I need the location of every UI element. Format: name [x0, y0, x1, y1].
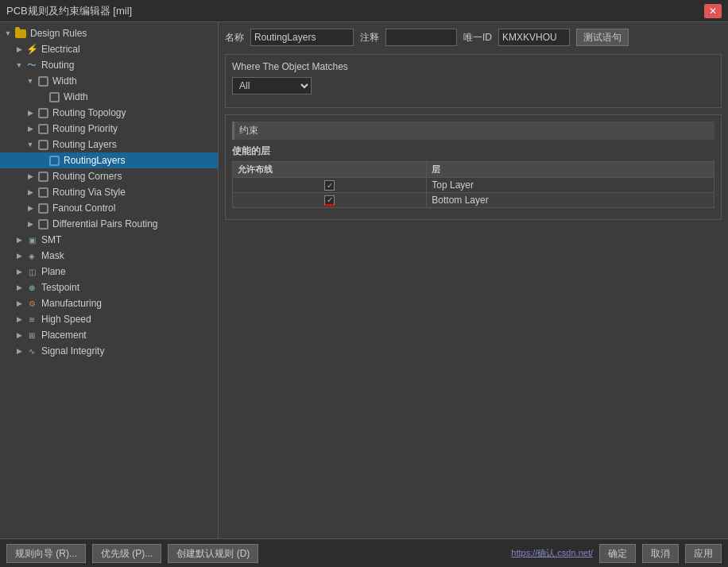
where-matches-title: Where The Object Matches [232, 61, 714, 72]
tree-item-manufacturing[interactable]: ⚙ Manufacturing [0, 295, 218, 311]
tree-arrow-routing-topology [25, 108, 35, 118]
header-row: 名称 注释 唯一ID 测试语句 [225, 29, 722, 46]
testpoint-icon: ⊕ [25, 281, 38, 294]
tree-arrow-mask [14, 251, 24, 260]
rule-guide-button[interactable]: 规则向导 (R)... [6, 544, 86, 563]
smt-icon: ▣ [25, 233, 38, 246]
tree-item-width-sub[interactable]: Width [0, 89, 218, 105]
tree-item-routing-priority[interactable]: Routing Priority [0, 121, 218, 137]
tree-arrow-routing-corners [25, 172, 35, 181]
unique-id-label: 唯一ID [463, 31, 492, 44]
tree-item-routing-layers-sub[interactable]: RoutingLayers [0, 152, 218, 168]
mask-icon: ◈ [25, 249, 38, 262]
create-default-button[interactable]: 创建默认规则 (D) [168, 544, 258, 563]
tree-item-fanout-control[interactable]: Fanout Control [0, 200, 218, 216]
wave-icon: 〜 [25, 59, 38, 71]
main-window: PCB规则及约束编辑器 [mil] ✕ Design Rules ⚡ Elect… [0, 0, 728, 567]
tree-label-fanout-control: Fanout Control [52, 202, 115, 214]
rule-icon-topology [37, 106, 49, 119]
tree-item-routing-via-style[interactable]: Routing Via Style [0, 184, 218, 200]
tree-arrow-signal-integrity [14, 346, 24, 356]
bottom-left-buttons: 规则向导 (R)... 优先级 (P)... 创建默认规则 (D) [6, 544, 258, 563]
rule-icon-layers [37, 138, 49, 151]
tree-label-plane: Plane [41, 266, 66, 277]
url-text[interactable]: https://确认.csdn.net/ [511, 547, 593, 559]
tree-label-width-sub: Width [64, 91, 88, 102]
tree-item-signal-integrity[interactable]: ∿ Signal Integrity [0, 343, 218, 359]
tree-item-routing-corners[interactable]: Routing Corners [0, 168, 218, 184]
tree-arrow-diff-pairs [25, 219, 35, 229]
constraint-title: 约束 [232, 122, 714, 140]
allow-routing-header: 允许布线 [233, 162, 427, 178]
tree-item-routing-topology[interactable]: Routing Topology [0, 105, 218, 121]
tree-arrow-high-speed [14, 314, 24, 324]
bottom-right-area: https://确认.csdn.net/ 确定 取消 应用 [511, 544, 722, 563]
tree-label-design-rules: Design Rules [30, 28, 87, 39]
tree-label-routing-topology: Routing Topology [52, 107, 126, 118]
main-content: Design Rules ⚡ Electrical 〜 Routing Widt… [0, 22, 728, 538]
match-select[interactable]: All Net Net Class Custom [232, 77, 312, 94]
placement-icon: ⊞ [25, 329, 38, 341]
note-input[interactable] [385, 29, 457, 46]
right-panel: 名称 注释 唯一ID 测试语句 Where The Object Matches… [219, 22, 728, 538]
top-layer-checkbox[interactable] [324, 180, 335, 191]
top-layer-checkbox-cell[interactable] [233, 178, 427, 193]
tree-item-design-rules[interactable]: Design Rules [0, 25, 218, 41]
tree-item-routing-layers[interactable]: Routing Layers [0, 137, 218, 152]
tree-arrow-routing-priority [25, 124, 35, 133]
tree-item-testpoint[interactable]: ⊕ Testpoint [0, 280, 218, 295]
tree-item-routing[interactable]: 〜 Routing [0, 57, 218, 73]
rule-icon-fanout [37, 202, 49, 214]
tree-label-routing: Routing [41, 60, 74, 71]
tree-arrow-electrical [14, 44, 24, 54]
tree-item-plane[interactable]: ◫ Plane [0, 264, 218, 280]
test-sentence-button[interactable]: 测试语句 [576, 29, 629, 46]
bottom-layer-checkbox-cell[interactable] [233, 193, 427, 208]
rule-icon-width [37, 75, 49, 87]
tree-item-smt[interactable]: ▣ SMT [0, 232, 218, 248]
tree-item-diff-pairs[interactable]: Differential Pairs Routing [0, 216, 218, 232]
confirm-button[interactable]: 确定 [599, 544, 636, 563]
title-bar: PCB规则及约束编辑器 [mil] ✕ [0, 0, 728, 22]
tree-arrow-width [25, 76, 35, 86]
tree-label-width: Width [52, 75, 77, 87]
where-matches-section: Where The Object Matches All Net Net Cla… [225, 54, 722, 108]
tree-arrow-routing [14, 60, 24, 70]
bottom-bar: 规则向导 (R)... 优先级 (P)... 创建默认规则 (D) https:… [0, 538, 728, 567]
folder-icon [14, 27, 27, 40]
enabled-layers-label: 使能的层 [232, 145, 714, 158]
tree-item-high-speed[interactable]: ≋ High Speed [0, 311, 218, 327]
tree-label-testpoint: Testpoint [41, 282, 79, 293]
tree-label-routing-priority: Routing Priority [52, 123, 118, 134]
tree-label-electrical: Electrical [41, 44, 80, 55]
note-label: 注释 [360, 31, 379, 44]
rule-icon-width-sub [48, 91, 60, 103]
bottom-layer-checkbox[interactable] [324, 195, 335, 206]
plane-icon: ◫ [25, 265, 38, 278]
tree-item-placement[interactable]: ⊞ Placement [0, 327, 218, 343]
layer-header: 层 [427, 162, 714, 178]
priority-button[interactable]: 优先级 (P)... [92, 544, 161, 563]
tree-item-width[interactable]: Width [0, 73, 218, 89]
name-input[interactable] [250, 29, 354, 46]
table-row: Top Layer [233, 178, 714, 193]
tree-arrow-manufacturing [14, 299, 24, 308]
tree-label-smt: SMT [41, 234, 61, 245]
tree-label-manufacturing: Manufacturing [41, 298, 102, 309]
tree-item-mask[interactable]: ◈ Mask [0, 248, 218, 264]
rule-icon-layers-sub [48, 154, 60, 167]
tree-arrow-routing-layers [25, 140, 35, 149]
apply-button[interactable]: 应用 [685, 544, 722, 563]
rule-icon-corners [37, 170, 49, 183]
signal-icon: ∿ [25, 345, 38, 357]
unique-id-input[interactable] [498, 29, 570, 46]
tree-arrow-routing-via-style [25, 187, 35, 197]
tree-panel: Design Rules ⚡ Electrical 〜 Routing Widt… [0, 22, 219, 538]
tree-label-diff-pairs: Differential Pairs Routing [52, 218, 158, 230]
match-row: All Net Net Class Custom [232, 77, 714, 94]
cancel-button[interactable]: 取消 [642, 544, 679, 563]
tree-item-electrical[interactable]: ⚡ Electrical [0, 41, 218, 57]
tree-arrow-design-rules [3, 29, 13, 38]
rule-icon-via-style [37, 186, 49, 199]
close-button[interactable]: ✕ [704, 4, 722, 18]
